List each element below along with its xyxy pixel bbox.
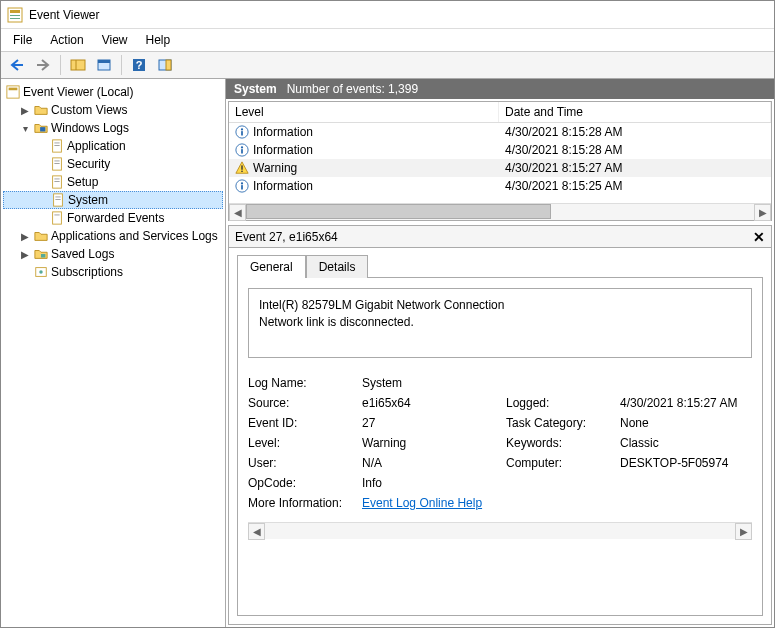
svg-rect-6 — [98, 60, 110, 63]
event-viewer-icon — [5, 84, 21, 100]
horizontal-scrollbar[interactable]: ◀ ▶ — [229, 203, 771, 220]
date-text: 4/30/2021 8:15:25 AM — [499, 179, 771, 193]
tree-forwarded[interactable]: Forwarded Events — [3, 209, 223, 227]
collapse-icon[interactable]: ▾ — [19, 123, 31, 134]
tab-content-general: Intel(R) 82579LM Gigabit Network Connect… — [237, 277, 763, 616]
list-body[interactable]: Information4/30/2021 8:15:28 AMInformati… — [229, 123, 771, 203]
svg-point-32 — [241, 128, 243, 130]
detail-tabs: General Details — [229, 248, 771, 277]
expand-icon[interactable]: ▶ — [19, 105, 31, 116]
label-event-id: Event ID: — [248, 416, 358, 430]
event-count: Number of events: 1,399 — [287, 82, 418, 96]
table-row[interactable]: Information4/30/2021 8:15:28 AM — [229, 141, 771, 159]
table-row[interactable]: Information4/30/2021 8:15:28 AM — [229, 123, 771, 141]
svg-rect-27 — [54, 215, 59, 216]
svg-rect-15 — [54, 143, 59, 144]
svg-rect-16 — [54, 145, 59, 146]
info-icon — [235, 125, 249, 139]
tree-setup[interactable]: Setup — [3, 173, 223, 191]
folder-icon — [33, 228, 49, 244]
value-level: Warning — [362, 436, 502, 450]
date-text: 4/30/2021 8:15:28 AM — [499, 143, 771, 157]
scroll-thumb[interactable] — [246, 204, 551, 219]
svg-rect-36 — [241, 149, 243, 153]
log-icon — [49, 174, 65, 190]
label-log-name: Log Name: — [248, 376, 358, 390]
expand-icon[interactable]: ▶ — [19, 249, 31, 260]
svg-rect-21 — [54, 179, 59, 180]
properties-button[interactable] — [92, 54, 116, 76]
label-source: Source: — [248, 396, 358, 410]
scroll-left-icon[interactable]: ◀ — [248, 523, 265, 540]
table-row[interactable]: Information4/30/2021 8:15:25 AM — [229, 177, 771, 195]
detail-panel: Event 27, e1i65x64 ✕ General Details Int… — [228, 225, 772, 625]
menu-action[interactable]: Action — [42, 31, 91, 49]
scroll-track[interactable] — [265, 523, 735, 540]
svg-rect-18 — [54, 161, 59, 162]
value-computer: DESKTOP-5F05974 — [620, 456, 752, 470]
tree-system[interactable]: System — [3, 191, 223, 209]
tree-saved-logs[interactable]: ▶ Saved Logs — [3, 245, 223, 263]
menu-file[interactable]: File — [5, 31, 40, 49]
right-pane: System Number of events: 1,399 Level Dat… — [226, 79, 774, 627]
tree-application[interactable]: Application — [3, 137, 223, 155]
menu-help[interactable]: Help — [138, 31, 179, 49]
col-level-header[interactable]: Level — [229, 102, 499, 122]
window-title: Event Viewer — [29, 8, 99, 22]
tree-root[interactable]: Event Viewer (Local) — [3, 83, 223, 101]
folder-icon — [33, 102, 49, 118]
horizontal-scrollbar[interactable]: ◀ ▶ — [248, 522, 752, 539]
folder-saved-icon — [33, 246, 49, 262]
tree-security[interactable]: Security — [3, 155, 223, 173]
event-properties: Log Name: System Source: e1i65x64 Logged… — [248, 376, 752, 510]
online-help-link[interactable]: Event Log Online Help — [362, 496, 482, 510]
svg-rect-41 — [241, 185, 243, 189]
expand-icon[interactable]: ▶ — [19, 231, 31, 242]
svg-rect-4 — [71, 60, 85, 70]
show-hide-tree-button[interactable] — [66, 54, 90, 76]
label-opcode: OpCode: — [248, 476, 358, 490]
app-icon — [7, 7, 23, 23]
event-message: Intel(R) 82579LM Gigabit Network Connect… — [248, 288, 752, 358]
info-icon — [235, 179, 249, 193]
tree-app-services[interactable]: ▶ Applications and Services Logs — [3, 227, 223, 245]
tab-details[interactable]: Details — [306, 255, 369, 278]
event-list: Level Date and Time Information4/30/2021… — [228, 101, 772, 221]
titlebar: Event Viewer — [1, 1, 774, 29]
help-button[interactable]: ? — [127, 54, 151, 76]
label-logged: Logged: — [506, 396, 616, 410]
label-more-info: More Information: — [248, 496, 358, 510]
menu-view[interactable]: View — [94, 31, 136, 49]
value-source: e1i65x64 — [362, 396, 502, 410]
svg-rect-22 — [54, 181, 59, 182]
level-text: Information — [253, 179, 313, 193]
level-text: Information — [253, 125, 313, 139]
col-date-header[interactable]: Date and Time — [499, 102, 771, 122]
pane-title: System — [234, 82, 277, 96]
scroll-track[interactable] — [246, 204, 754, 221]
scroll-right-icon[interactable]: ▶ — [735, 523, 752, 540]
close-icon[interactable]: ✕ — [753, 229, 765, 245]
tree-root-label: Event Viewer (Local) — [23, 85, 134, 99]
tree-subscriptions[interactable]: Subscriptions — [3, 263, 223, 281]
svg-rect-12 — [9, 88, 18, 91]
tab-general[interactable]: General — [237, 255, 306, 278]
tree-custom-views[interactable]: ▶ Custom Views — [3, 101, 223, 119]
menubar: File Action View Help — [1, 29, 774, 51]
scroll-left-icon[interactable]: ◀ — [229, 204, 246, 221]
tree-pane[interactable]: Event Viewer (Local) ▶ Custom Views ▾ Wi… — [1, 79, 226, 627]
svg-rect-25 — [55, 199, 60, 200]
toolbar-separator — [60, 55, 61, 75]
back-button[interactable] — [5, 54, 29, 76]
label-level: Level: — [248, 436, 358, 450]
scroll-right-icon[interactable]: ▶ — [754, 204, 771, 221]
date-text: 4/30/2021 8:15:27 AM — [499, 161, 771, 175]
value-log-name: System — [362, 376, 502, 390]
action-pane-button[interactable] — [153, 54, 177, 76]
forward-button[interactable] — [31, 54, 55, 76]
tree-windows-logs[interactable]: ▾ Windows Logs — [3, 119, 223, 137]
value-event-id: 27 — [362, 416, 502, 430]
table-row[interactable]: Warning4/30/2021 8:15:27 AM — [229, 159, 771, 177]
svg-rect-24 — [55, 197, 60, 198]
svg-point-30 — [39, 270, 43, 274]
